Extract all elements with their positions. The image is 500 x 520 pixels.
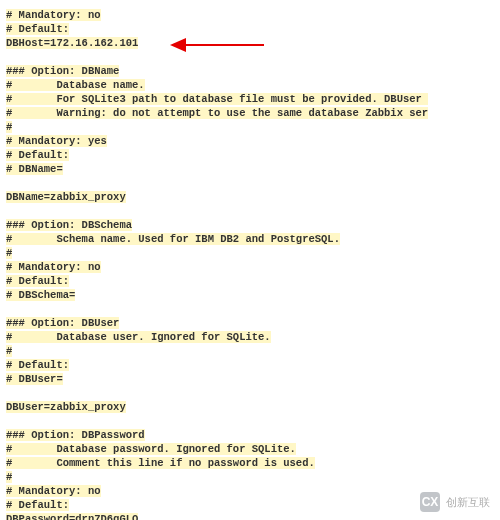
line: # Mandatory: yes xyxy=(6,135,107,147)
line: # Default: xyxy=(6,149,69,161)
arrow-line xyxy=(184,44,264,46)
line: # Mandatory: no xyxy=(6,261,101,273)
line: ### Option: DBSchema xyxy=(6,219,132,231)
line: # Default: xyxy=(6,23,69,35)
line: # DBName= xyxy=(6,163,63,175)
line: # DBUser= xyxy=(6,373,63,385)
line: # Default: xyxy=(6,499,69,511)
line: # xyxy=(6,345,12,357)
line: # Schema name. Used for IBM DB2 and Post… xyxy=(6,233,340,245)
line: # Database user. Ignored for SQLite. xyxy=(6,331,271,343)
line: # Database password. Ignored for SQLite. xyxy=(6,443,296,455)
line-db-name: DBName=zabbix_proxy xyxy=(6,191,126,203)
line-db-host: DBHost=172.16.162.101 xyxy=(6,37,138,49)
line: ### Option: DBPassword xyxy=(6,429,145,441)
watermark: CX 创新互联 xyxy=(420,492,490,512)
watermark-text: 创新互联 xyxy=(446,495,490,510)
watermark-icon: CX xyxy=(420,492,440,512)
line: # xyxy=(6,247,12,259)
config-file-text: # Mandatory: no # Default: DBHost=172.16… xyxy=(0,0,500,520)
line: # xyxy=(6,471,12,483)
line: # Comment this line if no password is us… xyxy=(6,457,315,469)
line: # Default: xyxy=(6,359,69,371)
line: # For SQLite3 path to database file must… xyxy=(6,93,428,105)
line: # DBSchema= xyxy=(6,289,75,301)
line: # Mandatory: no xyxy=(6,485,101,497)
line: # Default: xyxy=(6,275,69,287)
line: # Database name. xyxy=(6,79,145,91)
line: # xyxy=(6,121,12,133)
line: # Mandatory: no xyxy=(6,9,101,21)
line: ### Option: DBUser xyxy=(6,317,119,329)
line-db-user: DBUser=zabbix_proxy xyxy=(6,401,126,413)
line: ### Option: DBName xyxy=(6,65,119,77)
line-db-password: DBPassword=drn7D6gGLO xyxy=(6,513,138,520)
line: # Warning: do not attempt to use the sam… xyxy=(6,107,428,119)
